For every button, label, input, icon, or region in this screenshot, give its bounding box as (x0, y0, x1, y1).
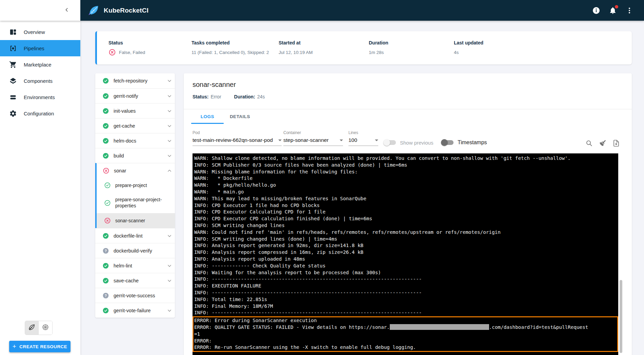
log-line: INFO: Analysis report generated in 92ms,… (193, 242, 618, 249)
task-label: build (114, 153, 162, 158)
components-icon (9, 77, 17, 85)
show-previous-toggle[interactable]: Show previous (384, 138, 433, 147)
chevron-down-icon[interactable] (166, 152, 173, 159)
container-select[interactable]: Container step-sonar-scanner (283, 130, 343, 146)
sidebar-item-components[interactable]: Components (0, 73, 80, 89)
chevron-up-icon[interactable] (166, 167, 173, 174)
task-row-sonar-scanner[interactable]: sonar-scanner (95, 213, 175, 228)
detail-tabs: LOGS DETAILS (191, 109, 256, 124)
timestamps-label: Timestamps (458, 139, 487, 146)
pod-select-label: Pod (193, 130, 282, 135)
task-label: init-values (114, 108, 162, 114)
quill-mode-button[interactable] (25, 321, 39, 335)
task-label: gerrit-notify (114, 93, 162, 99)
chevron-down-icon[interactable] (166, 277, 173, 284)
info-button[interactable] (592, 6, 601, 15)
task-row-save-cache[interactable]: save-cache (95, 273, 175, 288)
cart-icon (9, 61, 17, 69)
chevron-down-icon[interactable] (166, 137, 173, 144)
task-row-build[interactable]: build (95, 148, 175, 163)
log-line: WARN: * Dockerfile (193, 175, 618, 182)
timestamps-toggle[interactable]: Timestamps (442, 138, 487, 147)
clear-logs-button[interactable] (599, 139, 607, 147)
task-duration-label: Duration: (234, 94, 255, 99)
create-resource-button[interactable]: + CREATE RESOURCE (9, 341, 71, 352)
log-line: WARN: * pkg/hello/hello.go (193, 182, 618, 189)
quill-icon (28, 323, 36, 332)
status-field-label: Status (108, 40, 145, 45)
log-line: INFO: ----------------------------------… (193, 289, 618, 296)
search-logs-button[interactable] (585, 139, 593, 147)
log-line: WARN: Shallow clone detected, no blame i… (193, 155, 618, 162)
task-row-helm-lint[interactable]: helm-lint (95, 258, 175, 273)
log-line: INFO: Analysis report uploaded in 48ms (193, 256, 618, 263)
download-logs-button[interactable] (612, 139, 620, 147)
task-row-gerrit-vote-success[interactable]: ? gerrit-vote-success (95, 288, 175, 303)
kubernetes-mode-button[interactable] (39, 321, 52, 335)
task-row-sonar[interactable]: sonar (95, 163, 175, 178)
sidebar-item-environments[interactable]: Environments (0, 89, 80, 105)
container-select-label: Container (283, 130, 343, 135)
task-label: sonar-scanner (115, 218, 173, 223)
tab-logs[interactable]: LOGS (191, 109, 224, 124)
task-row-dockerbuild-verify[interactable]: ? dockerbuild-verify (95, 243, 175, 258)
log-terminal[interactable]: WARN: Shallow clone detected, no blame i… (193, 153, 618, 355)
log-line: INFO: ----------------------------------… (193, 276, 618, 283)
sidebar-item-label: Pipelines (24, 45, 44, 51)
log-line: ERROR: Re-run SonarScanner using the -X … (194, 344, 617, 351)
task-row-helm-docs[interactable]: helm-docs (95, 133, 175, 148)
success-status-icon (102, 307, 109, 314)
success-outline-status-icon (104, 200, 111, 206)
log-line: ERROR: (194, 338, 617, 344)
log-line: INFO: CPD Executor 1 file had no CPD blo… (193, 202, 618, 209)
lines-select[interactable]: Lines 100 (348, 130, 378, 146)
task-label: fetch-repository (114, 78, 162, 83)
toggle-track (384, 140, 396, 145)
chevron-down-icon[interactable] (166, 77, 173, 84)
chevron-down-icon[interactable] (166, 93, 173, 99)
pipeline-status-card: Status False, Failed Tasks completed 11 … (95, 31, 632, 64)
sidebar-item-overview[interactable]: Overview (0, 24, 80, 40)
status-field: Started at Jul 12, 10:19 AM (279, 40, 313, 56)
chevron-down-icon[interactable] (166, 262, 173, 269)
view-mode-toggle (25, 321, 53, 335)
file-download-icon (612, 139, 620, 147)
log-line: INFO: Final Memory: 18M/67M (193, 303, 618, 310)
sidebar-nav: Overview Pipelines Marketplace Component… (0, 21, 80, 122)
chevron-down-icon[interactable] (166, 108, 173, 114)
task-row-init-values[interactable]: init-values (95, 103, 175, 118)
logs-scrollbar-thumb[interactable] (620, 280, 622, 353)
notifications-button[interactable] (608, 6, 617, 15)
pod-select[interactable]: Pod test-main-review-662qn-sonar-pod (193, 130, 282, 146)
success-status-icon (102, 262, 109, 269)
sidebar-collapse-button[interactable] (62, 6, 72, 15)
task-row-gerrit-vote-failure[interactable]: gerrit-vote-failure (95, 303, 175, 318)
create-resource-label: CREATE RESOURCE (19, 344, 67, 349)
chevron-down-icon[interactable] (166, 232, 173, 239)
more-menu-button[interactable] (625, 6, 634, 15)
main-content: Status False, Failed Tasks completed 11 … (80, 21, 644, 355)
svg-text:?: ? (105, 249, 107, 253)
unknown-status-icon: ? (102, 292, 109, 299)
task-row-gerrit-notify[interactable]: gerrit-notify (95, 88, 175, 103)
chevron-down-icon[interactable] (166, 307, 173, 314)
task-row-get-cache[interactable]: get-cache (95, 118, 175, 133)
status-field-value: Jul 12, 10:19 AM (279, 49, 313, 56)
task-row-prepare-project[interactable]: prepare-project (95, 178, 175, 193)
app-title: KubeRocketCI (104, 7, 148, 14)
sidebar-item-marketplace[interactable]: Marketplace (0, 56, 80, 73)
task-row-fetch-repository[interactable]: fetch-repository (95, 73, 175, 88)
task-label: save-cache (114, 278, 162, 283)
sidebar-item-configuration[interactable]: Configuration (0, 105, 80, 122)
sidebar: Overview Pipelines Marketplace Component… (0, 21, 80, 355)
dashboard-icon (9, 28, 17, 36)
toggle-track (442, 140, 454, 145)
sidebar-item-pipelines[interactable]: Pipelines (0, 40, 80, 56)
success-status-icon (102, 123, 109, 129)
task-status-value: Error (210, 94, 221, 99)
task-row-dockerfile-lint[interactable]: dockerfile-lint (95, 228, 175, 243)
tab-details[interactable]: DETAILS (224, 109, 256, 124)
task-row-prepare-sonar-project-properties[interactable]: prepare-sonar-project-properties (95, 193, 175, 213)
success-outline-status-icon (104, 182, 111, 189)
chevron-down-icon[interactable] (166, 123, 173, 129)
